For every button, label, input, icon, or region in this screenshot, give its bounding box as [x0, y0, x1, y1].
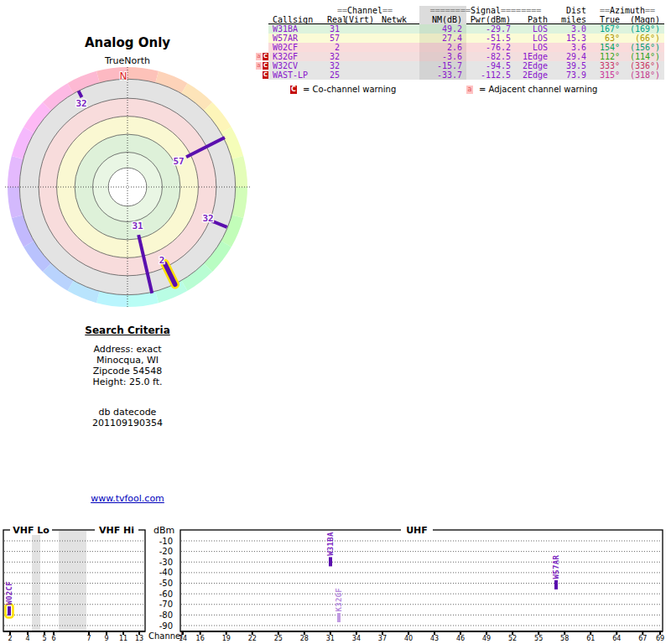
- warning-markers: [255, 43, 268, 52]
- cell-real: 32: [327, 52, 344, 61]
- x-tick-label: 61: [586, 635, 595, 642]
- x-tick-label: 2: [8, 635, 12, 642]
- warning-markers: [255, 24, 268, 34]
- x-tick-label: 40: [404, 635, 413, 642]
- co-channel-warning-icon: C: [290, 86, 297, 94]
- column-header-pwr: Pwr(dBm): [466, 15, 515, 24]
- x-tick-label: 49: [482, 635, 491, 642]
- station-row-w57ar: W57AR5727.4-51.5LOS15.363°(66°): [255, 34, 664, 43]
- x-tick-label: 67: [638, 635, 647, 642]
- spectrum-marker-w57ar: [554, 580, 558, 589]
- x-tick-label: 69: [656, 635, 664, 642]
- x-tick-label: 52: [508, 635, 517, 642]
- y-tick-label: -30: [159, 558, 173, 567]
- legend-adjacent-channel: a= Adjacent channel warning: [466, 85, 597, 94]
- cell-path: LOS: [515, 43, 552, 52]
- legend-co-channel-text: = Co-channel warning: [303, 85, 396, 94]
- column-header-nm: NM(dB): [419, 15, 466, 24]
- spectrum-marker-w02cf: [8, 606, 11, 615]
- station-row-w32cv: aCW32CV32-15.7-94.52Edge39.5333°(336°): [255, 61, 664, 70]
- x-tick-label: 28: [300, 635, 309, 642]
- cell-magn: (114°): [624, 52, 664, 61]
- warning-markers: [255, 6, 268, 15]
- cell-netwk: [369, 34, 419, 43]
- db-datecode-value: 201109190354: [0, 418, 255, 428]
- x-tick-label: 16: [196, 635, 205, 642]
- warning-markers: [255, 34, 268, 43]
- header-spacer: [268, 6, 327, 15]
- adjacent-channel-warning-icon: a: [466, 86, 473, 94]
- warning-markers: aC: [255, 52, 268, 61]
- x-tick-label: 37: [378, 635, 387, 642]
- column-header-path: Path: [515, 15, 552, 24]
- chart-frame: [180, 530, 663, 631]
- search-criteria-heading: Search Criteria: [0, 325, 255, 336]
- header-group-dist: Dist: [552, 6, 590, 15]
- x-tick-label: 55: [534, 635, 543, 642]
- spectrum-marker-k32gf: [337, 613, 341, 622]
- cell-virt: [344, 34, 369, 43]
- cell-callsign: WAST-LP: [268, 70, 327, 80]
- section-label-vhf-hi: VHF Hi: [99, 525, 134, 536]
- x-tick-label: 58: [560, 635, 569, 642]
- search-address-line: Address: exact: [0, 344, 255, 355]
- adjacent-channel-warning-icon: a: [256, 62, 262, 70]
- section-label-uhf: UHF: [406, 525, 428, 536]
- column-header-callsign: Callsign: [268, 15, 327, 24]
- x-tick-label: 19: [222, 635, 231, 642]
- radar-chart: 315723232N: [0, 64, 260, 315]
- station-row-w02cf: W02CF22.6-76.2LOS3.6154°(156°): [255, 43, 664, 52]
- spectrum-chart-container: VHF LoVHF HiUHFdBm-10-20-30-40-50-60-70-…: [0, 517, 671, 644]
- x-tick-label: 13: [135, 635, 143, 642]
- cell-netwk: [369, 61, 419, 70]
- cell-callsign: W32CV: [268, 61, 327, 70]
- tvfool-link[interactable]: www.tvfool.com: [91, 493, 164, 504]
- cell-miles: 3.0: [552, 24, 590, 34]
- cell-true: 154°: [590, 43, 624, 52]
- y-tick-label: -90: [159, 621, 173, 631]
- y-tick-label: -70: [159, 600, 173, 609]
- cell-real: 2: [327, 43, 344, 52]
- cell-callsign: W31BA: [268, 24, 327, 34]
- radar-title: Analog Only: [0, 35, 255, 50]
- cell-pwr: -112.5: [466, 70, 515, 80]
- warning-markers: C: [255, 70, 268, 80]
- header-group-azimuth: ==Azimuth==: [590, 6, 664, 15]
- cell-real: 31: [327, 24, 344, 34]
- x-tick-label: 22: [248, 635, 257, 642]
- y-tick-label: -60: [159, 589, 173, 599]
- cell-magn: (336°): [624, 61, 664, 70]
- table-header-groups: ==Channel==========Signal========Dist==A…: [255, 6, 664, 15]
- x-tick-label: 7: [86, 635, 91, 642]
- x-tick-label: 34: [352, 635, 361, 642]
- cell-real: 32: [327, 61, 344, 70]
- cell-callsign: W02CF: [268, 43, 327, 52]
- spectrum-marker-label-w02cf: W02CF: [5, 581, 13, 605]
- cell-nm: -33.7: [419, 70, 466, 80]
- warning-markers: [255, 15, 268, 24]
- y-tick-label: -40: [159, 568, 173, 577]
- cell-path: LOS: [515, 34, 552, 43]
- cell-true: 315°: [590, 70, 624, 80]
- north-indicator: N: [120, 70, 127, 82]
- x-tick-label: 64: [612, 635, 621, 642]
- header-group-signal: ========Signal========: [419, 6, 552, 15]
- cell-true: 333°: [590, 61, 624, 70]
- co-channel-warning-icon: C: [263, 71, 268, 79]
- cell-magn: (66°): [624, 34, 664, 43]
- cell-virt: [344, 52, 369, 61]
- y-axis-label: dBm: [153, 525, 174, 536]
- spectrum-marker-w31ba: [329, 557, 332, 566]
- x-tick-label: 6: [51, 635, 55, 642]
- cell-netwk: [369, 24, 419, 34]
- radar-station-label-w32cv: 32: [75, 98, 86, 109]
- column-header-netwk: Netwk: [369, 15, 419, 24]
- cell-true: 167°: [590, 24, 624, 34]
- x-axis-label: Channel: [148, 631, 183, 641]
- cell-magn: (156°): [624, 43, 664, 52]
- cell-nm: 49.2: [419, 24, 466, 34]
- x-tick-label: 11: [119, 635, 127, 642]
- db-datecode-block: db datecode 201109190354: [0, 407, 255, 428]
- radar-station-label-k32gf: 32: [202, 213, 213, 224]
- cell-pwr: -76.2: [466, 43, 515, 52]
